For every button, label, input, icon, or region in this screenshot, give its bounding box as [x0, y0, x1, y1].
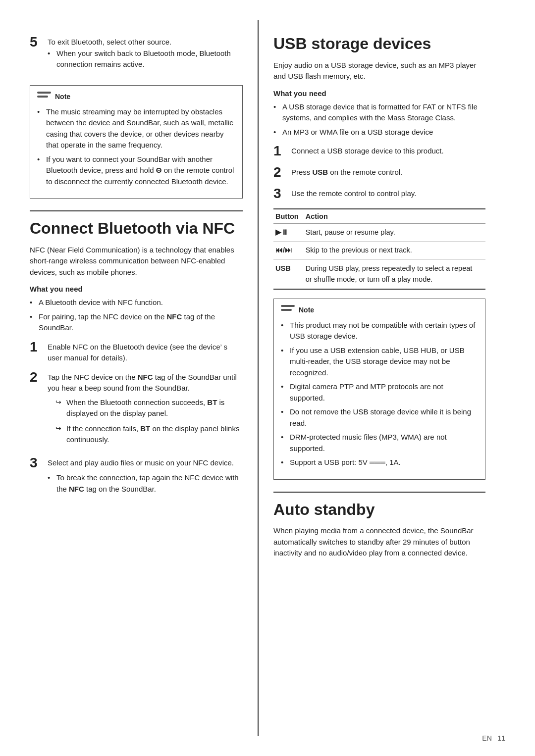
note-1-header: Note	[37, 92, 235, 102]
nfc-step-2-arrow-list: When the Bluetooth connection succeeds, …	[55, 397, 243, 446]
footer-page: 11	[497, 734, 505, 742]
left-column: 5 To exit Bluetooth, select other source…	[0, 20, 258, 736]
nfc-need-item-1: For pairing, tap the NFC device on the N…	[30, 311, 243, 334]
nfc-step-1-num: 1	[30, 340, 48, 355]
note-1-item-0: The music streaming may be interrupted b…	[37, 106, 235, 151]
note-2-header: Note	[281, 305, 478, 316]
nfc-section-title: Connect Bluetooth via NFC	[30, 219, 243, 238]
step-5-number: 5	[30, 35, 48, 50]
nfc-step-3-bullet: To break the connection, tap again the N…	[48, 472, 243, 495]
note-1-item-1: If you want to connect your SoundBar wit…	[37, 154, 235, 188]
nfc-step-2-block: 2 Tap the NFC device on the NFC tag of t…	[30, 370, 243, 450]
note-2-item-4: DRM-protected music files (MP3, WMA) are…	[281, 432, 478, 454]
note-2-item-3: Do not remove the USB storage device whi…	[281, 406, 478, 429]
table-row: ⏮/⏭ Skip to the previous or next track.	[273, 242, 485, 260]
nfc-section-intro: NFC (Near Field Communication) is a tech…	[30, 245, 243, 278]
usb-action-table: Button Action ▶⏸ Start, pause or resume …	[273, 208, 485, 290]
nfc-what-you-need-list: A Bluetooth device with NFC function. Fo…	[30, 297, 243, 334]
usb-step-3-block: 3 Use the remote control to control play…	[273, 186, 485, 202]
usb-need-item-1: An MP3 or WMA file on a USB storage devi…	[273, 127, 485, 138]
auto-standby-title: Auto standby	[273, 501, 485, 519]
note-2-label: Note	[299, 305, 314, 315]
table-cell-action-0: Start, pause or resume play.	[304, 223, 485, 242]
table-row: USB During USB play, press repeatedly to…	[273, 260, 485, 289]
note-2-item-5: Support a USB port: 5V ═══, 1A.	[281, 457, 478, 468]
nfc-what-you-need-heading: What you need	[30, 285, 243, 293]
nfc-step-1-text: Enable NFC on the Bluetooth device (see …	[48, 343, 227, 362]
note-box-1: Note The music streaming may be interrup…	[30, 85, 243, 199]
nfc-step-3-num: 3	[30, 455, 48, 471]
note-icon-1	[37, 92, 51, 102]
usb-section-title: USB storage devices	[273, 35, 485, 53]
note-2-list: This product may not be compatible with …	[281, 320, 478, 468]
usb-step-3-num: 3	[273, 186, 291, 202]
nfc-step-2-arrow-1: If the connection fails, BT on the displ…	[55, 423, 243, 446]
usb-step-3-content: Use the remote control to control play.	[291, 186, 485, 200]
table-cell-button-0: ▶⏸	[273, 223, 304, 242]
usb-need-item-0: A USB storage device that is formatted f…	[273, 101, 485, 124]
usb-step-2-content: Press USB on the remote control.	[291, 165, 485, 178]
right-section-divider	[273, 492, 485, 493]
nfc-section: Connect Bluetooth via NFC NFC (Near Fiel…	[30, 219, 243, 501]
note-1-label: Note	[55, 92, 70, 102]
table-cell-action-1: Skip to the previous or next track.	[304, 242, 485, 260]
table-cell-button-2: USB	[273, 260, 304, 289]
usb-section: USB storage devices Enjoy audio on a USB…	[273, 35, 485, 290]
usb-section-intro: Enjoy audio on a USB storage device, suc…	[273, 60, 485, 82]
note-box-2: Note This product may not be compatible …	[273, 299, 485, 480]
nfc-step-3-block: 3 Select and play audio files or music o…	[30, 455, 243, 501]
left-section-divider	[30, 210, 243, 211]
table-header-button: Button	[273, 209, 304, 224]
note-2-item-0: This product may not be compatible with …	[281, 320, 478, 342]
note-1-list: The music streaming may be interrupted b…	[37, 106, 235, 188]
usb-step-1-block: 1 Connect a USB storage device to this p…	[273, 144, 485, 159]
usb-step-2-block: 2 Press USB on the remote control.	[273, 165, 485, 180]
step-5-content: To exit Bluetooth, select other source. …	[48, 35, 243, 76]
nfc-step-3-text: Select and play audio files or music on …	[48, 458, 234, 467]
nfc-step-2-arrow-0: When the Bluetooth connection succeeds, …	[55, 397, 243, 419]
step-5-text: To exit Bluetooth, select other source.	[48, 38, 171, 46]
auto-standby-intro: When playing media from a connected devi…	[273, 525, 485, 559]
table-cell-button-1: ⏮/⏭	[273, 242, 304, 260]
nfc-step-1-block: 1 Enable NFC on the Bluetooth device (se…	[30, 340, 243, 364]
nfc-step-2-text: Tap the NFC device on the NFC tag of the…	[48, 373, 237, 393]
footer-lang: EN	[482, 734, 491, 742]
note-2-item-1: If you use a USB extension cable, USB HU…	[281, 345, 478, 379]
nfc-step-2-num: 2	[30, 370, 48, 385]
page: 5 To exit Bluetooth, select other source…	[0, 0, 535, 756]
usb-step-1-num: 1	[273, 144, 291, 159]
nfc-step-3-content: Select and play audio files or music on …	[48, 455, 243, 501]
nfc-step-3-bullet-list: To break the connection, tap again the N…	[48, 472, 243, 495]
note-2-item-2: Digital camera PTP and MTP protocols are…	[281, 381, 478, 403]
step-5-bullet-item: When your switch back to Bluetooth mode,…	[48, 48, 243, 70]
nfc-step-1-content: Enable NFC on the Bluetooth device (see …	[48, 340, 243, 364]
table-header-action: Action	[304, 209, 485, 224]
usb-what-you-need-heading: What you need	[273, 89, 485, 98]
usb-what-you-need-list: A USB storage device that is formatted f…	[273, 101, 485, 138]
right-column: USB storage devices Enjoy audio on a USB…	[258, 20, 515, 736]
step-5-block: 5 To exit Bluetooth, select other source…	[30, 35, 243, 76]
step-5-bullet-list: When your switch back to Bluetooth mode,…	[48, 48, 243, 70]
nfc-need-item-0: A Bluetooth device with NFC function.	[30, 297, 243, 308]
auto-standby-section: Auto standby When playing media from a c…	[273, 501, 485, 559]
usb-step-1-content: Connect a USB storage device to this pro…	[291, 144, 485, 157]
note-icon-2	[281, 305, 295, 316]
usb-step-2-num: 2	[273, 165, 291, 180]
table-cell-action-2: During USB play, press repeatedly to sel…	[304, 260, 485, 289]
page-footer: EN 11	[482, 734, 505, 742]
table-row: ▶⏸ Start, pause or resume play.	[273, 223, 485, 242]
nfc-step-2-content: Tap the NFC device on the NFC tag of the…	[48, 370, 243, 450]
